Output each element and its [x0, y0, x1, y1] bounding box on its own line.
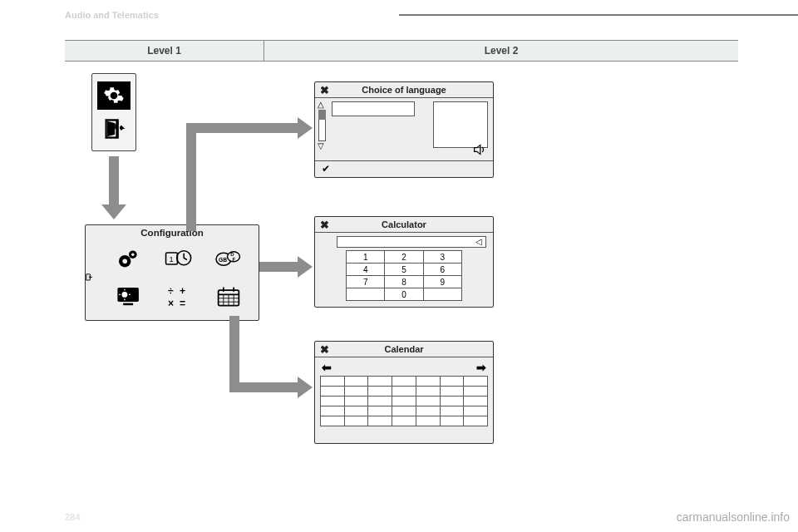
- level-header: Level 1 Level 2: [65, 40, 738, 62]
- level-2-header: Level 2: [264, 41, 738, 61]
- svg-rect-13: [123, 303, 133, 306]
- arrow-to-language: [186, 123, 314, 231]
- svg-text:÷: ÷: [168, 285, 174, 297]
- language-panel-title: Choice of language: [333, 82, 493, 97]
- close-icon[interactable]: ✖: [315, 343, 333, 356]
- brightness-monitor-icon: [106, 279, 152, 314]
- calculator-panel: ✖ Calculator ◁ 123 456 789 0: [314, 216, 494, 308]
- key-blank-right[interactable]: [423, 288, 461, 301]
- svg-point-2: [122, 259, 127, 264]
- page-section-title: Audio and Telematics: [65, 10, 159, 20]
- calendar-prev-icon[interactable]: ⬅: [322, 361, 332, 374]
- arrow-to-calendar: [229, 316, 314, 399]
- svg-text:×: ×: [168, 298, 174, 309]
- svg-text:D: D: [230, 252, 234, 257]
- calculator-keypad: 123 456 789 0: [346, 250, 462, 301]
- key-5[interactable]: 5: [385, 264, 423, 276]
- level-1-header: Level 1: [65, 41, 264, 61]
- calculator-ops-icon: ÷+×=: [155, 279, 202, 314]
- svg-rect-12: [117, 288, 139, 302]
- language-panel: ✖ Choice of language △ ▽ ✔: [314, 81, 494, 178]
- scrollbar-thumb[interactable]: [318, 110, 326, 120]
- key-0[interactable]: 0: [385, 288, 423, 301]
- svg-text:1: 1: [169, 255, 173, 264]
- arrow-to-calculator: [259, 262, 314, 283]
- scroll-down-icon[interactable]: ▽: [318, 141, 324, 150]
- gear-icon: [97, 81, 131, 110]
- diagram-stage: Configuration 1 GBDF ÷+×=: [65, 66, 738, 515]
- key-1[interactable]: 1: [347, 251, 385, 264]
- svg-text:=: =: [180, 298, 185, 309]
- calendar-panel-title: Calendar: [333, 342, 493, 357]
- calculator-panel-title: Calculator: [333, 217, 493, 232]
- clock-date-icon: 1: [155, 241, 202, 276]
- calendar-next-icon[interactable]: ➡: [476, 361, 486, 374]
- key-3[interactable]: 3: [423, 251, 461, 264]
- configuration-title: Configuration: [86, 225, 259, 239]
- arrow-down: [104, 156, 124, 219]
- close-icon[interactable]: ✖: [315, 219, 333, 231]
- svg-text:+: +: [180, 285, 185, 297]
- language-globe-icon: GBDF: [205, 241, 252, 276]
- close-icon[interactable]: ✖: [315, 84, 333, 96]
- gears-icon: [106, 241, 152, 276]
- scroll-up-icon[interactable]: △: [318, 100, 324, 109]
- svg-point-3: [131, 253, 135, 256]
- calendar-panel: ✖ Calendar ⬅ ➡: [314, 341, 494, 444]
- svg-text:F: F: [233, 257, 236, 262]
- key-9[interactable]: 9: [423, 276, 461, 288]
- back-icon: [84, 271, 96, 284]
- configuration-panel: Configuration 1 GBDF ÷+×=: [85, 224, 259, 321]
- svg-point-14: [122, 292, 128, 298]
- key-2[interactable]: 2: [385, 251, 423, 264]
- key-blank-left[interactable]: [347, 288, 385, 301]
- settings-entry-box: [91, 73, 136, 151]
- speaker-icon[interactable]: [473, 144, 486, 159]
- exit-icon: [97, 115, 131, 143]
- confirm-button[interactable]: ✔: [315, 160, 493, 175]
- language-preview-box: [433, 101, 488, 148]
- calendar-grid: [320, 376, 488, 426]
- calendar-icon: [205, 279, 252, 314]
- key-4[interactable]: 4: [347, 264, 385, 276]
- svg-text:GB: GB: [219, 257, 227, 263]
- calculator-display: ◁: [337, 236, 486, 248]
- key-6[interactable]: 6: [423, 264, 461, 276]
- key-8[interactable]: 8: [385, 276, 423, 288]
- key-7[interactable]: 7: [347, 276, 385, 288]
- header-rule: [399, 14, 798, 16]
- language-list-item[interactable]: [332, 101, 415, 116]
